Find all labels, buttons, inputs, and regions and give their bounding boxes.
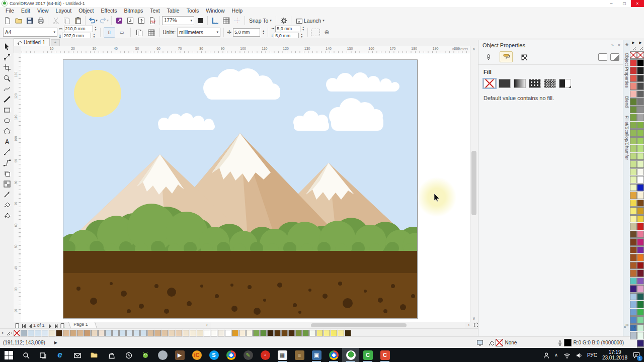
- toolbox-tool[interactable]: [2, 190, 12, 199]
- toolbox-tool[interactable]: [2, 116, 12, 125]
- color-swatch[interactable]: [176, 330, 182, 336]
- menu-item[interactable]: Table: [164, 7, 183, 15]
- taskbar-clock[interactable]: 17:19 23.01.2018: [602, 349, 627, 360]
- color-swatch[interactable]: [630, 106, 637, 114]
- docker-tab[interactable]: Object Properties: [624, 49, 629, 92]
- volume-icon[interactable]: [575, 351, 582, 358]
- color-swatch[interactable]: [637, 246, 644, 254]
- color-swatch[interactable]: [169, 330, 175, 336]
- all-pages-button[interactable]: [134, 28, 144, 37]
- color-swatch[interactable]: [630, 67, 637, 74]
- nudge-field[interactable]: 5,0 mm: [233, 28, 260, 37]
- options-button[interactable]: [278, 16, 289, 25]
- color-swatch[interactable]: [637, 293, 644, 301]
- color-swatch[interactable]: [637, 176, 644, 184]
- color-swatch[interactable]: [154, 330, 161, 336]
- color-swatch[interactable]: [637, 153, 644, 160]
- camtasia-icon[interactable]: C: [359, 348, 376, 362]
- close-button[interactable]: ×: [631, 0, 644, 7]
- color-swatch[interactable]: [637, 262, 644, 269]
- print-button[interactable]: [35, 16, 46, 25]
- color-swatch[interactable]: [630, 51, 637, 59]
- more-fill-types-button[interactable]: [559, 79, 571, 88]
- menu-item[interactable]: Bitmaps: [120, 7, 146, 15]
- color-swatch[interactable]: [637, 98, 644, 106]
- color-swatch[interactable]: [630, 262, 637, 269]
- toolbox-tool[interactable]: [2, 169, 12, 177]
- color-swatch[interactable]: [637, 137, 644, 145]
- panel-close-icon[interactable]: ×: [618, 43, 620, 48]
- color-swatch[interactable]: [630, 122, 637, 129]
- color-swatch[interactable]: [637, 67, 644, 74]
- color-swatch[interactable]: [637, 114, 644, 121]
- color-swatch[interactable]: [637, 269, 644, 277]
- color-swatch[interactable]: [49, 330, 55, 336]
- color-swatch[interactable]: [197, 330, 203, 336]
- store-button[interactable]: [103, 348, 120, 362]
- color-swatch[interactable]: [42, 330, 48, 336]
- toolbox-tool[interactable]: [2, 106, 12, 114]
- color-swatch[interactable]: [637, 129, 644, 137]
- transparency-section-tab[interactable]: [518, 52, 530, 62]
- menu-item[interactable]: Window: [202, 7, 228, 15]
- new-document-tab-button[interactable]: +: [51, 39, 60, 46]
- color-swatch[interactable]: [204, 330, 210, 336]
- color-swatch[interactable]: [239, 330, 246, 336]
- menu-item[interactable]: File: [2, 7, 18, 15]
- palette-flyout-icon[interactable]: ▶: [637, 40, 644, 45]
- fill-section-tab[interactable]: [500, 51, 513, 62]
- color-swatch[interactable]: [630, 278, 637, 285]
- menu-item[interactable]: Tools: [183, 7, 203, 15]
- color-swatch[interactable]: [637, 184, 644, 192]
- color-swatch[interactable]: [630, 309, 637, 316]
- corel-capture-icon[interactable]: ✎: [239, 348, 257, 362]
- color-swatch[interactable]: [112, 330, 119, 336]
- color-swatch[interactable]: [84, 330, 91, 336]
- redo-button[interactable]: ▾: [99, 16, 109, 25]
- open-button[interactable]: [13, 16, 24, 25]
- color-swatch[interactable]: [56, 330, 62, 336]
- color-swatch[interactable]: [162, 330, 168, 336]
- outline-status[interactable]: R:0 G:0 B:0 (#000000): [556, 339, 624, 346]
- horizontal-scrollbar[interactable]: [211, 322, 465, 328]
- launch-button[interactable]: Launch ▾: [293, 17, 327, 24]
- publish-pdf-button[interactable]: [147, 16, 157, 25]
- next-page-icon[interactable]: [46, 322, 51, 328]
- outline-section-tab[interactable]: [482, 52, 495, 62]
- color-swatch[interactable]: [630, 192, 637, 199]
- color-swatch[interactable]: [183, 330, 189, 336]
- color-swatch[interactable]: [630, 137, 637, 145]
- color-swatch[interactable]: [14, 330, 20, 336]
- spinner[interactable]: ▲▼: [300, 33, 303, 38]
- graph-paper-options-button[interactable]: ⊕: [321, 28, 332, 37]
- color-swatch[interactable]: [637, 301, 644, 308]
- search-content-button[interactable]: [114, 16, 124, 25]
- spinner[interactable]: ▲▼: [262, 30, 265, 35]
- toolbox-tool[interactable]: [2, 95, 12, 104]
- color-swatch[interactable]: [637, 207, 644, 215]
- wifi-icon[interactable]: [563, 351, 570, 358]
- export-button[interactable]: [136, 16, 146, 25]
- color-swatch[interactable]: [345, 330, 351, 336]
- color-swatch[interactable]: [302, 330, 309, 336]
- docker-pin-icon[interactable]: ◈: [625, 40, 628, 49]
- action-center-button[interactable]: 1: [632, 351, 640, 359]
- color-swatch[interactable]: [77, 330, 84, 336]
- color-swatch[interactable]: [630, 153, 637, 160]
- duplicate-x-field[interactable]: 5,0 mm: [275, 26, 300, 32]
- color-swatch[interactable]: [630, 176, 637, 184]
- toolbox-tool[interactable]: [2, 53, 12, 61]
- paste-button[interactable]: [72, 16, 83, 25]
- color-swatch[interactable]: [637, 192, 644, 199]
- color-swatch[interactable]: [281, 330, 288, 336]
- show-rulers-button[interactable]: [210, 16, 220, 25]
- color-swatch[interactable]: [126, 330, 133, 336]
- color-swatch[interactable]: [630, 215, 637, 223]
- fountain-fill-button[interactable]: [514, 79, 526, 88]
- snap-to-button[interactable]: Snap To ▾: [247, 18, 274, 24]
- color-swatch[interactable]: [253, 330, 260, 336]
- color-swatch[interactable]: [637, 145, 644, 152]
- color-swatch[interactable]: [630, 223, 637, 230]
- color-swatch[interactable]: [147, 330, 154, 336]
- spinner[interactable]: ▲▼: [93, 33, 95, 38]
